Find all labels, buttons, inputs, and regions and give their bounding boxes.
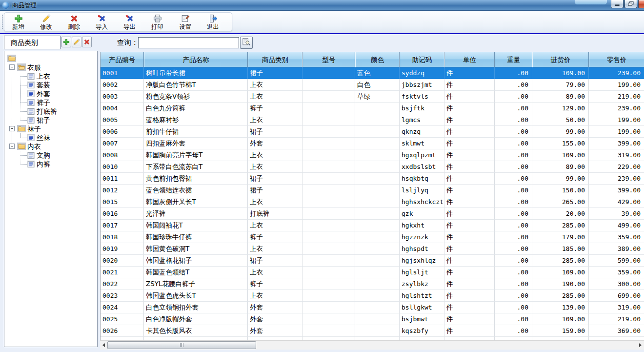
tree-item-label: 丝袜 bbox=[37, 133, 50, 142]
table-cell: 裙子 bbox=[248, 126, 302, 138]
table-row[interactable]: 0021韩国蓝色领结T上衣hglsljt件.00109.00359.00 bbox=[101, 267, 644, 278]
restore-button[interactable] bbox=[624, 0, 637, 8]
toolbar-button-label: 导入 bbox=[96, 23, 108, 31]
tree-item-内衣[interactable]: 内衣 bbox=[4, 142, 97, 151]
close-button[interactable] bbox=[638, 0, 644, 8]
table-cell: 件 bbox=[444, 185, 495, 196]
table-cell: 429.00 bbox=[589, 196, 644, 208]
table-row[interactable]: 0023韩国蓝色虎头长T上衣hglshtzt件.00285.00699.00 bbox=[101, 290, 644, 302]
table-cell: 件 bbox=[444, 278, 495, 290]
toolbar-button-delete[interactable]: 删除 bbox=[60, 13, 88, 31]
table-row[interactable]: 0011黄色前扣包臀裙裙子hsqkbtq件.0099.00239.00 bbox=[101, 173, 644, 185]
query-label: 查询： bbox=[117, 38, 139, 47]
toolbar-button-import[interactable]: 导入 bbox=[88, 13, 116, 31]
table-row[interactable]: 0017韩国阔袖花T上衣hgkxht件.00285.00499.00 bbox=[101, 220, 644, 231]
table-cell bbox=[355, 231, 400, 243]
table-row[interactable]: 0026卡其色长版风衣外套kqszbfy件.00159.00369.00 bbox=[101, 325, 644, 337]
table-cell bbox=[302, 337, 355, 340]
horizontal-scrollbar[interactable] bbox=[100, 340, 644, 350]
table-row[interactable]: 0001树叶吊带长裙裙子蓝色syddzq件.00109.00239.00 bbox=[101, 67, 644, 79]
column-header-2[interactable]: 商品类别 bbox=[248, 52, 302, 67]
column-header-1[interactable]: 产品名称 bbox=[144, 52, 248, 67]
table-cell: .00 bbox=[495, 173, 532, 185]
column-header-4[interactable]: 颜色 bbox=[355, 52, 400, 67]
table-cell: 219.00 bbox=[589, 91, 644, 103]
table-cell: hghsxhckczt bbox=[400, 196, 444, 208]
main-content: 商品类别 查询： 衣服上衣套装外套裤子打底裤裙子袜子丝袜内衣文胸内裤 产品编号产… bbox=[0, 34, 644, 352]
toolbar-button-exit[interactable]: 退出 bbox=[199, 13, 227, 31]
query-input[interactable] bbox=[138, 37, 239, 48]
tree-item-打底裤[interactable]: 打底裤 bbox=[4, 107, 97, 116]
delete-category-button[interactable] bbox=[82, 37, 92, 47]
toolbar-grip-handle[interactable] bbox=[2, 15, 3, 29]
table-cell: gzk bbox=[400, 208, 444, 220]
column-header-7[interactable]: 重量 bbox=[495, 52, 532, 67]
toolbar-button-add[interactable]: 新增 bbox=[4, 13, 32, 31]
table-row[interactable]: 0025白色净版帽外套外套bsjbmwt件.00109.00219.00 bbox=[101, 313, 644, 325]
table-row[interactable]: 0010下系带白色流苏白T上衣xxdbslsbt件.0089.00229.00 bbox=[101, 161, 644, 173]
toolbar-button-export[interactable]: 导出 bbox=[116, 13, 143, 31]
tree-item-裙子[interactable]: 裙子 bbox=[4, 116, 97, 124]
scroll-right-arrow[interactable] bbox=[637, 341, 644, 350]
table-row[interactable]: 0018韩国珍珠牛仔裤裤子hgzznzk件.00179.00359.00 bbox=[101, 231, 644, 243]
tree-item-丝袜[interactable]: 丝袜 bbox=[4, 133, 97, 142]
table-row[interactable]: 0006前扣牛仔裙裙子qknzq件.0099.00199.00 bbox=[101, 126, 644, 138]
column-header-5[interactable]: 助记码 bbox=[400, 52, 444, 67]
table-header-row: 产品编号产品名称商品类别型号颜色助记码单位重量进货价零售价 bbox=[101, 52, 644, 67]
table-cell bbox=[355, 138, 400, 149]
tree-item-衣服[interactable]: 衣服 bbox=[4, 63, 97, 72]
tree-item-root[interactable] bbox=[4, 54, 97, 63]
table-row[interactable]: 0003粉色宽条V领衫上衣草绿fsktvls件.0089.00219.00 bbox=[101, 91, 644, 103]
toolbar-button-print[interactable]: 打印 bbox=[143, 13, 171, 31]
table-row[interactable]: 0020韩国蓝格花裙子裙子hgjsxhlqz件.00285.00599.00 bbox=[101, 255, 644, 267]
table-cell: bsllgkwt bbox=[400, 302, 444, 313]
table-row[interactable]: 0004白色九分筒裤裤子bsjftk件.00129.00239.00 bbox=[101, 103, 644, 114]
column-header-8[interactable]: 进货价 bbox=[532, 52, 589, 67]
table-cell: sklmwt bbox=[400, 138, 444, 149]
column-header-6[interactable]: 单位 bbox=[444, 52, 495, 67]
table-cell: .00 bbox=[495, 290, 532, 302]
tree-item-袜子[interactable]: 袜子 bbox=[4, 124, 97, 133]
toolbar-button-settings[interactable]: 设置 bbox=[171, 13, 199, 31]
edit-category-button[interactable] bbox=[72, 37, 81, 47]
scroll-left-arrow[interactable] bbox=[100, 341, 107, 350]
scrollbar-thumb[interactable] bbox=[107, 341, 256, 349]
minimize-button[interactable] bbox=[611, 0, 624, 8]
table-cell: .00 bbox=[495, 231, 532, 243]
table-row[interactable]: 0024白色立领钢扣外套外套bsllgkwt件.00139.00319.00 bbox=[101, 302, 644, 313]
table-cell: 外套 bbox=[248, 313, 302, 325]
toolbar-button-edit[interactable]: 修改 bbox=[32, 13, 60, 31]
table-row[interactable]: 0008韩国胸前亮片字母T上衣hgxqlpzmt件.00109.00319.00 bbox=[101, 149, 644, 161]
table-row[interactable]: 0012蓝色领结连衣裙裙子lsljlyq件.00150.00399.00 bbox=[101, 185, 644, 196]
table-row[interactable]: 0022ZSYL花腰白裤子裤子zsylbkz件.00190.00300.00 bbox=[101, 278, 644, 290]
table-cell bbox=[302, 302, 355, 313]
table-row[interactable]: 0016光泽裤打底裤gzk件.0020.0039.00 bbox=[101, 208, 644, 220]
column-header-0[interactable]: 产品编号 bbox=[101, 52, 144, 67]
table-row[interactable]: 0015韩国灰侧开叉长T上衣hghsxhckczt件.00265.00429.0… bbox=[101, 196, 644, 208]
list-icon bbox=[27, 73, 35, 80]
tab-product-category[interactable]: 商品类别 bbox=[4, 36, 60, 49]
table-body: 0001树叶吊带长裙裙子蓝色syddzq件.00109.00239.000002… bbox=[101, 67, 644, 340]
table-cell bbox=[355, 325, 400, 337]
table-cell: 件 bbox=[444, 173, 495, 185]
table-cell: 件 bbox=[444, 161, 495, 173]
tree-item-套装[interactable]: 套装 bbox=[4, 81, 97, 89]
table-cell bbox=[101, 337, 144, 340]
tree-item-内裤[interactable]: 内裤 bbox=[4, 160, 97, 168]
column-header-9[interactable]: 零售价 bbox=[589, 52, 644, 67]
table-row[interactable]: 0002净版白色竹节棉T上衣白色jbbszjmt件.0079.00199.00 bbox=[101, 79, 644, 91]
add-category-button[interactable] bbox=[61, 37, 71, 47]
list-icon bbox=[27, 82, 35, 88]
table-row[interactable]: 0019韩国黄色破洞T上衣hghspdt件.00185.00389.00 bbox=[101, 243, 644, 255]
tree-item-上衣[interactable]: 上衣 bbox=[4, 72, 97, 81]
table-cell bbox=[302, 79, 355, 91]
tree-item-裤子[interactable]: 裤子 bbox=[4, 98, 97, 107]
table-cell: 白色 bbox=[355, 79, 400, 91]
table-row[interactable]: 0007四扣蓝麻外套外套sklmwt件.00155.00399.00 bbox=[101, 138, 644, 149]
table-cell: 粉色宽条V领衫 bbox=[144, 91, 248, 103]
table-row[interactable]: 0005蓝格麻衬衫上衣lgmcs件.0050.00199.00 bbox=[101, 114, 644, 126]
tree-item-文胸[interactable]: 文胸 bbox=[4, 151, 97, 160]
column-header-3[interactable]: 型号 bbox=[302, 52, 355, 67]
tree-item-外套[interactable]: 外套 bbox=[4, 89, 97, 98]
query-search-button[interactable] bbox=[240, 37, 253, 49]
